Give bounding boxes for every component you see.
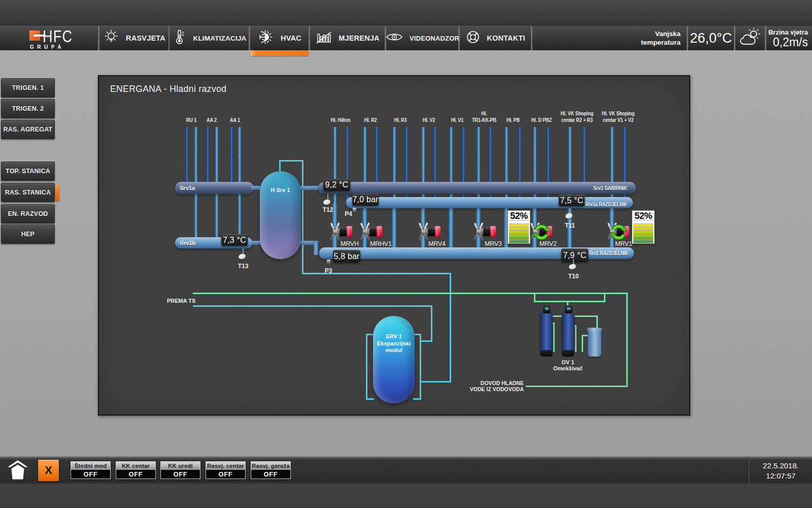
- branch-label-hilton: Hl. Hilton: [331, 117, 351, 123]
- tab-label: VIDEONADZOR: [410, 35, 459, 42]
- sidebar-item-trigen-2[interactable]: TRIGEN. 2: [1, 99, 55, 118]
- green-line: [575, 325, 577, 352]
- value-supply-temp: 9,2 °C: [323, 179, 350, 191]
- pump-mrv4[interactable]: [417, 220, 443, 243]
- logo-block[interactable]: HFC GRUPA: [0, 26, 98, 50]
- bar-chart-icon: [315, 29, 332, 47]
- tab-rasvjeta[interactable]: RASVJETA: [99, 26, 168, 50]
- pump-running-icon: [532, 223, 551, 242]
- home-icon: [7, 460, 29, 481]
- branch-label-pb: Hl. PB: [506, 117, 520, 123]
- pump-label-mrv3: MRV3: [485, 240, 502, 247]
- bulb-icon: [103, 28, 120, 48]
- tab-label: MJERENJA: [339, 34, 380, 42]
- toggle-rasvj-centar[interactable]: Rasvj. centar OFF: [206, 461, 246, 479]
- snowflake-sun-icon: [257, 29, 275, 47]
- softener-valve-2: [565, 305, 572, 313]
- erv-bracket-left: [366, 334, 367, 400]
- sensor-label-p4: P4: [341, 210, 352, 217]
- toggle-label: KK centar: [116, 462, 155, 470]
- tab-hvac[interactable]: HVAC: [250, 26, 309, 50]
- tab-videonadzor[interactable]: VIDEONADZOR: [386, 26, 458, 50]
- panel-title: ENERGANA - Hladni razvod: [110, 84, 226, 94]
- home-button[interactable]: [7, 460, 29, 481]
- cyan-line: [420, 340, 432, 342]
- close-button[interactable]: X: [38, 459, 59, 482]
- gauge-seg: [509, 240, 529, 243]
- cyan-line: [279, 160, 303, 162]
- toggle-state: OFF: [161, 470, 200, 479]
- outdoor-temp-label-line1: Vanjska: [655, 29, 681, 38]
- sidebar-item-label: EN. RAZVOD: [8, 210, 48, 217]
- sidebar-item-label: HEP: [21, 231, 35, 238]
- value-razdjelnik-a-temp: 7,5 °C: [559, 195, 585, 206]
- sidebar-item-top-stanica[interactable]: TOP. STANICA: [1, 162, 55, 181]
- pump-mrv3[interactable]: [472, 220, 498, 243]
- green-line: [551, 315, 598, 317]
- tab-mjerenja[interactable]: MJERENJA: [310, 26, 385, 50]
- tab-klimatizacija[interactable]: KLIMATIZACIJA: [170, 26, 249, 50]
- pump-running-icon: [609, 223, 628, 242]
- pump-label-mrv2: MRV2: [539, 240, 557, 247]
- pipe-aa2-supply: [206, 127, 209, 188]
- cyan-line: [279, 160, 281, 172]
- toggle-state: OFF: [206, 470, 245, 479]
- scada-screen: HFC GRUPA RASVJETA KLIMATIZACIJA HVAC: [0, 0, 812, 508]
- pressure-sensor-icon: [327, 260, 330, 266]
- green-line: [553, 323, 555, 352]
- note-dovod-line1: DOVOD HLADNE: [463, 380, 524, 386]
- tab-label: RASVJETA: [126, 34, 165, 42]
- green-line: [193, 293, 628, 294]
- note-prema-ts: PREMA TS: [167, 298, 195, 304]
- sensor-label-t13: T13: [238, 263, 249, 270]
- expansion-tank-label: ERV 1 Ekspanzijski modul: [373, 333, 415, 354]
- branch-label-r3: Hl. R3: [394, 117, 407, 123]
- erv-bracket-right: [420, 334, 421, 400]
- brine-tank: [588, 328, 601, 357]
- sidebar-item-ras-stanica[interactable]: RAS. STANICA: [1, 183, 55, 202]
- branch-label-ru1: RU 1: [186, 117, 196, 123]
- top-strip: [0, 0, 812, 26]
- pump-mrvh[interactable]: [328, 220, 355, 243]
- tab-kontakti[interactable]: KONTAKTI: [460, 26, 531, 50]
- pump-mrhv1[interactable]: [358, 220, 385, 243]
- pipe-ru1-supply: [185, 127, 188, 188]
- pump-label-mrvh: MRVH: [341, 240, 359, 247]
- gauge-mrv2: 52%: [507, 210, 530, 244]
- sidebar-item-label: RAS. STANICA: [5, 189, 51, 196]
- cyan-line: [450, 273, 451, 383]
- sidebar-item-hep[interactable]: HEP: [1, 225, 55, 244]
- pipe-sabirnik-label: Srv1 SABIRNIK: [543, 185, 627, 191]
- softener-valve-1: [543, 305, 551, 313]
- toggle-stedni-mod[interactable]: Štedni mod OFF: [71, 461, 111, 479]
- tab-label: KONTAKTI: [487, 34, 525, 42]
- sidebar-item-trigen-1[interactable]: TRIGEN. 1: [1, 78, 55, 98]
- wind-cell: Brzina vjetra 0,2m/s: [766, 26, 812, 50]
- value-razdjelnik-temp: 7,9 °C: [561, 248, 588, 262]
- datetime-display: 22.5.2018. 12:07:57: [750, 458, 812, 483]
- toggle-rasvj-garaza[interactable]: Rasvj. garaža OFF: [251, 461, 291, 479]
- sidebar-item-ras-agregat[interactable]: RAS. AGREGAT: [1, 120, 55, 139]
- toggle-kk-centar[interactable]: KK centar OFF: [116, 461, 156, 479]
- green-line: [626, 293, 628, 387]
- pipe-stub: [251, 186, 260, 190]
- logo-subtext: GRUPA: [30, 44, 64, 50]
- green-line: [596, 315, 598, 329]
- pipe-v1-b: [449, 203, 453, 253]
- cyan-line: [420, 381, 451, 383]
- pipe-stub: [300, 186, 319, 190]
- gauge-value: 52%: [632, 211, 654, 221]
- branch-label-aa2: AA 2: [207, 117, 217, 123]
- logo-text: HFC: [43, 27, 73, 46]
- sidebar-item-label: TRIGEN. 1: [12, 84, 44, 91]
- date-display: 22.5.2018.: [763, 461, 799, 470]
- branch-label-tr1: Hl. TR1-KK-PB: [472, 110, 496, 123]
- active-tab-indicator: [250, 50, 309, 56]
- nav-bar: HFC GRUPA RASVJETA KLIMATIZACIJA HVAC: [0, 26, 812, 50]
- toggle-kk-uredi[interactable]: KK uredi OFF: [160, 461, 200, 479]
- note-dovod-line2: VODE IZ VODOVODA: [463, 386, 524, 392]
- green-line: [582, 335, 583, 352]
- sidebar-item-en-razvod[interactable]: EN. RAZVOD: [1, 204, 55, 224]
- toggle-label: Rasvj. centar: [206, 462, 245, 470]
- sidebar-item-label: TOP. STANICA: [6, 168, 50, 175]
